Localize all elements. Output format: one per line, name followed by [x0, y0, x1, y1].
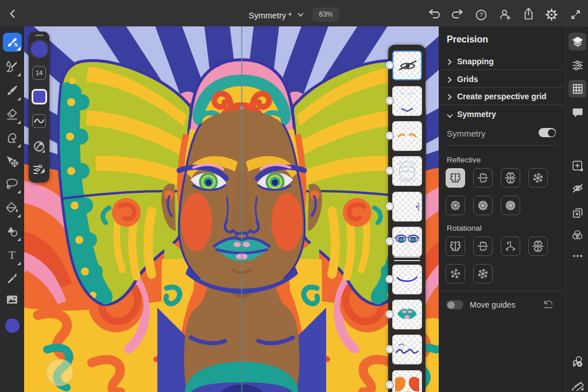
svg-text:T: T: [9, 249, 16, 261]
svg-text:?: ?: [479, 11, 483, 18]
